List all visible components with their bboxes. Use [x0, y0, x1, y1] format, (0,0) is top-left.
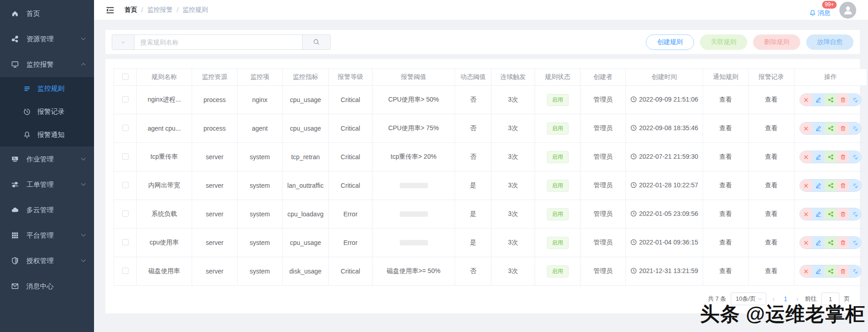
test-rule-button[interactable] [849, 180, 861, 191]
edit-rule-button[interactable] [812, 94, 824, 106]
disable-rule-button[interactable] [800, 151, 812, 163]
level-cell: Critical [329, 114, 372, 143]
record-view-link[interactable]: 查看 [765, 210, 778, 217]
delete-rule-row-button[interactable] [837, 208, 849, 220]
row-checkbox[interactable] [122, 239, 129, 245]
create-rule-button[interactable]: 创建规则 [646, 34, 694, 50]
edit-rule-button[interactable] [812, 151, 824, 163]
collapse-sidebar-icon[interactable] [106, 6, 114, 15]
notify-view-link[interactable]: 查看 [719, 153, 732, 160]
current-page[interactable]: 1 [781, 295, 790, 303]
test-rule-button[interactable] [849, 208, 861, 220]
delete-rule-row-button[interactable] [837, 265, 849, 277]
share-rule-button[interactable] [824, 208, 837, 220]
ops-cell [794, 229, 867, 257]
disable-rule-button[interactable] [800, 237, 812, 249]
notify-view-link[interactable]: 查看 [719, 124, 732, 132]
row-checkbox[interactable] [122, 125, 129, 131]
disable-rule-button[interactable] [800, 180, 812, 191]
messages-link[interactable]: 99+ 消息 [809, 9, 830, 17]
breadcrumb-home[interactable]: 首页 [124, 6, 137, 14]
sidebar-item-multicloud[interactable]: 多云管理 [0, 197, 94, 223]
share-rule-button[interactable] [824, 151, 837, 163]
test-rule-button[interactable] [849, 122, 861, 134]
notify-view-link[interactable]: 查看 [719, 96, 732, 103]
row-checkbox[interactable] [122, 210, 129, 217]
sidebar-item-jobs[interactable]: 作业管理 [0, 146, 94, 172]
select-all-checkbox[interactable] [122, 73, 129, 80]
record-view-link[interactable]: 查看 [765, 96, 778, 103]
test-rule-button[interactable] [849, 237, 861, 249]
disable-rule-button[interactable] [800, 122, 812, 134]
metric-cell: cpu_usage [283, 86, 329, 114]
metric-cell: tcp_retran [283, 143, 329, 171]
notify-rule-cell: 查看 [703, 171, 749, 200]
self-heal-button[interactable]: 故障自愈 [806, 34, 853, 50]
delete-rule-button[interactable]: 删除规则 [753, 34, 800, 50]
sidebar-item-auth[interactable]: 授权管理 [0, 248, 94, 273]
search-field-select[interactable] [112, 34, 134, 50]
delete-rule-row-button[interactable] [837, 180, 849, 191]
share-rule-button[interactable] [824, 265, 837, 277]
share-rule-button[interactable] [824, 94, 837, 106]
next-page-button[interactable]: › [794, 295, 800, 303]
sidebar-item-resources[interactable]: 资源管理 [0, 26, 94, 52]
record-view-link[interactable]: 查看 [765, 181, 778, 189]
breadcrumb-monitoring[interactable]: 监控报警 [147, 6, 173, 14]
goto-page-input[interactable] [821, 293, 839, 305]
delete-rule-row-button[interactable] [837, 151, 849, 163]
sidebar-item-label: 消息中心 [26, 282, 54, 291]
clock-icon [630, 153, 637, 160]
disable-rule-button[interactable] [800, 265, 812, 277]
test-rule-button[interactable] [849, 151, 861, 163]
record-view-link[interactable]: 查看 [765, 124, 778, 132]
row-checkbox[interactable] [122, 153, 129, 160]
delete-rule-row-button[interactable] [837, 94, 849, 106]
sidebar-item-alert-records[interactable]: 报警记录 [0, 100, 94, 123]
prev-page-button[interactable]: ‹ [771, 295, 777, 303]
share-rule-button[interactable] [824, 180, 837, 191]
search-button[interactable] [303, 34, 331, 50]
disable-rule-button[interactable] [800, 208, 812, 220]
edit-rule-button[interactable] [812, 180, 824, 191]
notify-view-link[interactable]: 查看 [719, 267, 732, 274]
record-view-link[interactable]: 查看 [765, 239, 778, 246]
notify-view-link[interactable]: 查看 [719, 181, 732, 189]
row-select-cell [114, 200, 137, 229]
sidebar-item-messages[interactable]: 消息中心 [0, 273, 94, 299]
share-rule-button[interactable] [824, 122, 837, 134]
sidebar-item-platform[interactable]: 平台管理 [0, 223, 94, 248]
level-cell: Error [329, 200, 372, 229]
sidebar-item-home[interactable]: 首页 [0, 1, 94, 26]
notify-view-link[interactable]: 查看 [719, 210, 732, 217]
column-header: 创建时间 [626, 69, 703, 86]
page-size-select[interactable]: 10条/页 [731, 293, 766, 305]
notify-view-link[interactable]: 查看 [719, 239, 732, 246]
sidebar-item-tickets[interactable]: 工单管理 [0, 172, 94, 197]
avatar[interactable] [838, 1, 857, 20]
link-rule-button[interactable]: 关联规则 [700, 34, 747, 50]
row-checkbox[interactable] [122, 268, 129, 274]
record-view-link[interactable]: 查看 [765, 153, 778, 160]
row-checkbox[interactable] [122, 182, 129, 188]
test-rule-button[interactable] [849, 94, 861, 106]
edit-rule-button[interactable] [812, 208, 824, 220]
edit-rule-button[interactable] [812, 265, 824, 277]
sidebar-item-monitoring[interactable]: 监控报警 [0, 52, 94, 77]
creator-cell: 管理员 [580, 86, 626, 114]
search-input[interactable] [134, 34, 303, 50]
edit-rule-button[interactable] [812, 237, 824, 249]
test-rule-button[interactable] [849, 265, 861, 277]
breadcrumb: 首页 / 监控报警 / 监控规则 [124, 6, 208, 14]
status-cell: 启用 [535, 171, 580, 200]
row-checkbox[interactable] [122, 96, 129, 103]
delete-rule-row-button[interactable] [837, 122, 849, 134]
sidebar-item-alert-notify[interactable]: 报警通知 [0, 123, 94, 146]
delete-rule-row-button[interactable] [837, 237, 849, 249]
edit-rule-button[interactable] [812, 122, 824, 134]
record-view-link[interactable]: 查看 [765, 267, 778, 274]
sidebar-item-monitor-rules[interactable]: 监控规则 [0, 77, 94, 100]
column-header: 规则状态 [535, 69, 580, 86]
share-rule-button[interactable] [824, 237, 837, 249]
disable-rule-button[interactable] [800, 94, 812, 106]
